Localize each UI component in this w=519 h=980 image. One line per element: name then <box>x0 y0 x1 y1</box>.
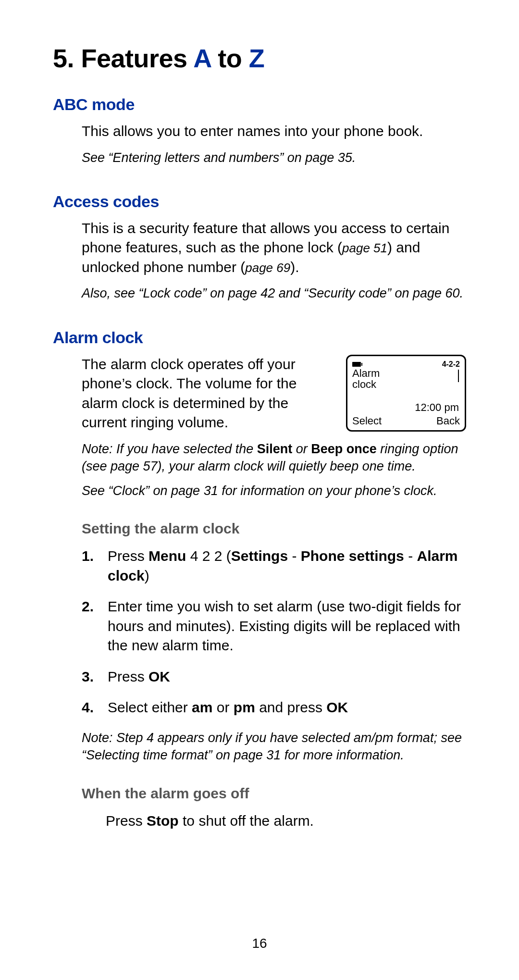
step4-ok: OK <box>326 699 348 715</box>
section-alarm-clock: Alarm clock The alarm clock operates off… <box>53 328 466 831</box>
battery-icon <box>352 362 361 367</box>
step4-am: am <box>192 699 212 715</box>
step1-dash2: - <box>404 548 417 564</box>
goesoff-a: Press <box>106 813 147 829</box>
phone-title-line2: clock <box>352 379 380 390</box>
step-4: Select either am or pm and press OK <box>82 698 466 718</box>
goesoff-b: to shut off the alarm. <box>179 813 314 829</box>
title-prefix: 5. Features <box>53 44 193 73</box>
step4-pm: pm <box>234 699 255 715</box>
step1-menu: Menu <box>148 548 186 564</box>
step-1: Press Menu 4 2 2 (Settings - Phone setti… <box>82 546 466 585</box>
title-mid: to <box>211 44 249 73</box>
access-body: This is a security feature that allows y… <box>82 219 466 277</box>
phone-title-line1: Alarm <box>352 368 380 379</box>
phone-screen-illustration: Alarm clock 4-2-2 12:00 pm Select Back <box>346 355 466 432</box>
subheading-alarm-goes-off: When the alarm goes off <box>82 785 466 802</box>
step1-phone-settings: Phone settings <box>301 548 404 564</box>
alarm-note1: Note: If you have selected the Silent or… <box>82 440 466 475</box>
phone-softkey-right: Back <box>436 415 460 427</box>
step1-dash1: - <box>288 548 301 564</box>
phone-softkey-left: Select <box>352 415 382 427</box>
alarm-note1-a: Note: If you have selected the <box>82 442 257 456</box>
phone-menu-code: 4-2-2 <box>442 360 460 369</box>
step4-a: Select either <box>108 699 192 715</box>
abc-body: This allows you to enter names into your… <box>82 122 466 141</box>
access-reference: Also, see “Lock code” on page 42 and “Se… <box>82 285 466 302</box>
alarm-body: The alarm clock operates off your phone’… <box>82 355 334 433</box>
step1-c: ) <box>145 568 149 583</box>
step-2: Enter time you wish to set alarm (use tw… <box>82 597 466 656</box>
scrollbar-icon <box>458 370 459 382</box>
section-abc-mode: ABC mode This allows you to enter names … <box>53 95 466 166</box>
alarm-note1-silent: Silent <box>257 442 293 456</box>
alarm-goesoff-body: Press Stop to shut off the alarm. <box>82 811 466 831</box>
heading-alarm-clock: Alarm clock <box>53 328 466 347</box>
step1-a: Press <box>108 548 148 564</box>
page-title: 5. Features A to Z <box>53 43 466 73</box>
subheading-setting-alarm: Setting the alarm clock <box>82 521 466 537</box>
phone-time: 12:00 pm <box>415 401 459 413</box>
step-3: Press OK <box>82 667 466 687</box>
alarm-note1-beep: Beep once <box>311 442 377 456</box>
goesoff-stop: Stop <box>147 813 179 829</box>
steps-setting-alarm: Press Menu 4 2 2 (Settings - Phone setti… <box>82 546 466 718</box>
step3-a: Press <box>108 669 148 684</box>
alarm-note2: Note: Step 4 appears only if you have se… <box>82 729 466 764</box>
abc-reference: See “Entering letters and numbers” on pa… <box>82 149 466 166</box>
page-number: 16 <box>0 936 519 951</box>
title-letter-z: Z <box>249 44 265 73</box>
step1-b: 4 2 2 ( <box>186 548 231 564</box>
section-access-codes: Access codes This is a security feature … <box>53 192 466 302</box>
step4-b: or <box>212 699 233 715</box>
access-page69: page 69 <box>245 261 290 275</box>
access-body-c: ). <box>290 259 299 275</box>
heading-access-codes: Access codes <box>53 192 466 211</box>
step3-ok: OK <box>148 669 170 684</box>
step1-settings: Settings <box>231 548 288 564</box>
step4-c: and press <box>255 699 326 715</box>
alarm-ref2: See “Clock” on page 31 for information o… <box>82 482 466 499</box>
alarm-note1-b: or <box>292 442 311 456</box>
title-letter-a: A <box>193 44 211 73</box>
heading-abc-mode: ABC mode <box>53 95 466 114</box>
access-page51: page 51 <box>342 241 387 255</box>
